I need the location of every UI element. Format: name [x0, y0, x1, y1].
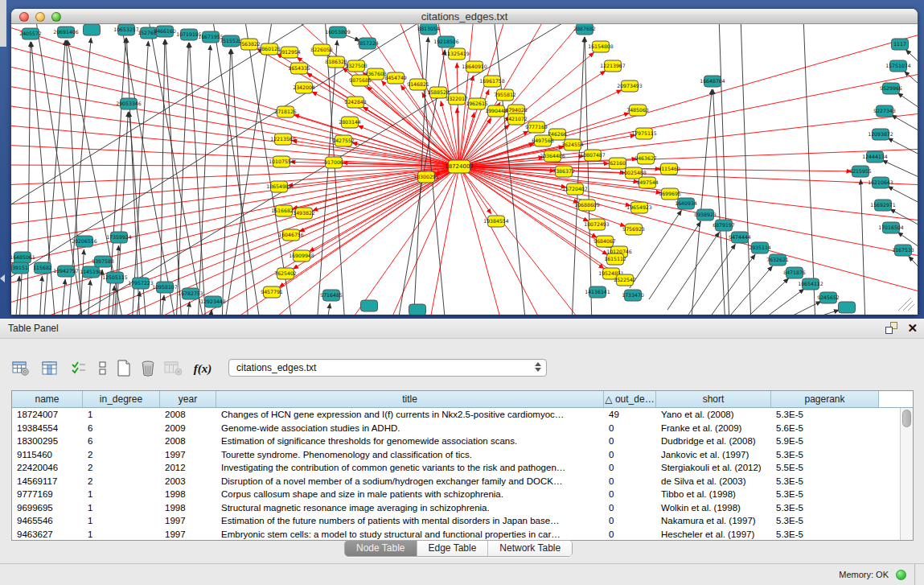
table-cell: Stergiakouli et al. (2012): [656, 461, 771, 475]
table-cell: 0: [604, 501, 656, 515]
network-node-label: 9457791: [261, 289, 283, 295]
table-row[interactable]: 969969511998Structural magnetic resonanc…: [12, 501, 913, 515]
table-mode-button[interactable]: [10, 357, 32, 380]
column-header-pagerank[interactable]: pagerank: [771, 391, 879, 407]
table-cell: Genome-wide association studies in ADHD.: [216, 422, 604, 435]
network-node-label: 7563822: [238, 41, 261, 47]
network-node-label: 9115460: [658, 166, 680, 171]
fx-icon: f(x): [194, 362, 212, 376]
table-cell: 5.3E-5: [771, 488, 879, 501]
table-cell: 9777169: [12, 488, 83, 501]
table-cell: Tibbo et al. (1998): [656, 488, 771, 501]
network-node-label: 9474444: [729, 234, 751, 240]
column-header-name[interactable]: name: [12, 391, 83, 407]
network-node-label: 9684067: [593, 238, 616, 244]
table-cell: 1: [83, 488, 160, 501]
network-node-label: 8454749: [384, 75, 407, 80]
network-node-label: 9427552: [332, 138, 355, 143]
network-node[interactable]: [839, 302, 856, 313]
table-cell: 22420046: [12, 461, 83, 475]
network-canvas[interactable]: 2405572206914061065325715276029466160107…: [11, 24, 918, 315]
table-cell: 5.3E-5: [771, 514, 879, 528]
network-window-titlebar[interactable]: citations_edges.txt: [11, 9, 918, 24]
network-node-label: 917006: [324, 159, 343, 165]
table-cell: 18724007: [12, 408, 83, 422]
network-node-label: 1493822: [293, 210, 315, 216]
network-node-label: 10025488: [621, 170, 647, 175]
table-row[interactable]: 1830029562008Estimation of significance …: [12, 435, 913, 448]
network-node[interactable]: [361, 300, 378, 311]
network-node-label: 2342004: [293, 84, 315, 90]
status-bar: Memory: OK: [0, 563, 924, 585]
network-node-label: 9777169: [525, 124, 548, 130]
network-node-label: 9227343: [873, 108, 896, 113]
network-node-label: 8938923: [694, 212, 717, 217]
tab-node-table[interactable]: Node Table: [345, 541, 417, 556]
network-node-label: 9242843: [344, 99, 367, 105]
network-node-label: 12444134: [862, 154, 888, 159]
network-node-label: 19654923: [626, 204, 652, 210]
table-cell: Embryonic stem cells: a model to study s…: [216, 528, 604, 542]
table-cell: 0: [604, 488, 656, 501]
network-node-label: 2405572: [19, 31, 42, 36]
table-cell: 0: [604, 461, 656, 475]
column-header-out_de[interactable]: △ out_de…: [604, 391, 656, 407]
column-header-short[interactable]: short: [656, 391, 771, 407]
network-node[interactable]: [84, 24, 101, 35]
close-panel-icon[interactable]: ✕: [907, 322, 918, 334]
tab-edge-table[interactable]: Edge Table: [417, 541, 488, 556]
network-node[interactable]: [409, 304, 426, 315]
table-selector-dropdown[interactable]: citations_edges.txt: [228, 359, 547, 377]
resize-grip-icon: [898, 298, 914, 311]
table-cell: 2: [83, 448, 160, 462]
column-visibility-button[interactable]: [39, 357, 61, 380]
network-node-label: 2718126: [274, 109, 297, 114]
network-node-label: 115682: [33, 265, 52, 270]
row-height-button[interactable]: [92, 357, 114, 380]
float-panel-icon[interactable]: [885, 322, 897, 334]
tab-network-table[interactable]: Network Table: [487, 541, 572, 556]
memory-status-indicator[interactable]: [896, 570, 906, 580]
table-row[interactable]: 946554611997Estimation of the future num…: [12, 514, 913, 528]
network-node-label: 9716485: [320, 292, 343, 298]
network-node-label: 2887682: [573, 26, 596, 31]
table-row[interactable]: 911546021997Tourette syndrome. Phenomeno…: [12, 448, 913, 462]
table-row[interactable]: 946362711997Embryonic stem cells: a mode…: [12, 528, 913, 542]
network-node-label: 8471876: [783, 270, 806, 275]
table-cell: 1: [83, 501, 160, 515]
table-cell: Disruption of a novel member of a sodium…: [216, 475, 604, 488]
network-node-label: 7857224: [356, 40, 379, 46]
table-cell: 9465546: [12, 514, 83, 528]
column-header-in_degree[interactable]: in_degree: [83, 391, 160, 407]
network-node-label: 14136141: [585, 289, 610, 295]
network-node-label: 10807487: [580, 152, 606, 158]
table-row[interactable]: 977716911998Corpus callosum shape and si…: [12, 488, 913, 501]
network-node-label: 17957223: [128, 280, 154, 286]
table-row[interactable]: 1872400712008Changes of HCN gene express…: [12, 408, 913, 422]
table-cell: Structural magnetic resonance image aver…: [216, 501, 604, 515]
table-scrollbar-thumb[interactable]: [902, 410, 911, 427]
table-cell: 1: [83, 408, 160, 422]
network-node-label: 39151: [12, 265, 28, 270]
table-row[interactable]: 2242004622012Investigating the contribut…: [12, 461, 913, 475]
column-header-title[interactable]: title: [216, 391, 604, 407]
table-row[interactable]: 1456911722003Disruption of a novel membe…: [12, 475, 913, 488]
table-panel-title: Table Panel: [8, 319, 59, 339]
network-node-label: 1588520: [427, 89, 450, 95]
network-node-label: 9322017: [446, 96, 468, 101]
function-builder-button[interactable]: f(x): [191, 357, 214, 380]
selection-mode-button[interactable]: [68, 357, 90, 380]
network-node-label: 12213569: [270, 136, 296, 142]
create-column-button[interactable]: [113, 357, 135, 380]
table-scrollbar[interactable]: [900, 408, 913, 540]
table-cell: 0: [604, 422, 656, 435]
network-node-label: 12213967: [600, 63, 626, 68]
network-node-label: 9529966: [880, 85, 902, 91]
sidebar-collapse-arrow-icon[interactable]: [0, 274, 5, 282]
table-cell: 19384554: [12, 422, 83, 435]
network-node-label: 9860128: [258, 46, 281, 51]
table-row[interactable]: 1938455462009Genome-wide association stu…: [12, 422, 913, 435]
column-header-year[interactable]: year: [160, 391, 216, 407]
delete-columns-button[interactable]: [137, 357, 159, 380]
table-cell: 5.3E-5: [771, 528, 879, 542]
